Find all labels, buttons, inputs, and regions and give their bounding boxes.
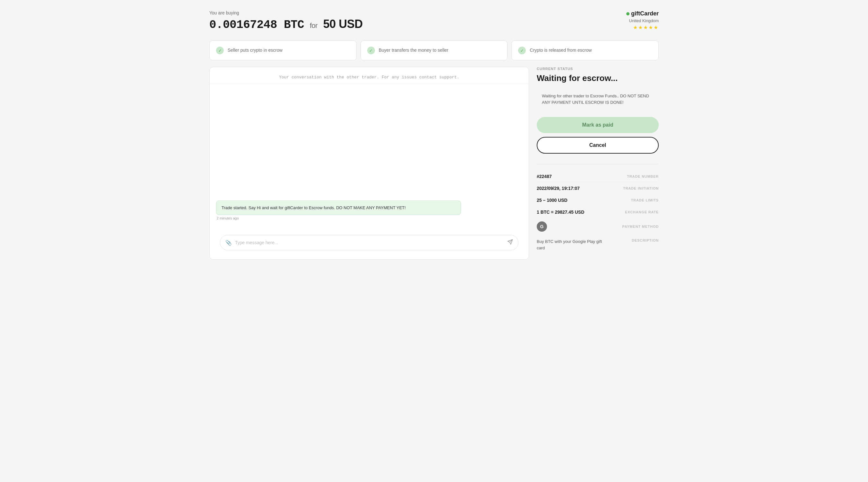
seller-name-text: giftCarder: [631, 10, 659, 17]
step-2-check: ✓: [367, 47, 375, 54]
chat-input-row: 📎: [220, 235, 519, 250]
payment-method-row: G PAYMENT METHOD: [537, 218, 659, 235]
steps-row: ✓ Seller puts crypto in escrow ✓ Buyer t…: [209, 40, 659, 60]
description-key: DESCRIPTION: [632, 238, 659, 242]
btc-amount: 0.00167248 BTC: [209, 18, 304, 31]
sidebar: CURRENT STATUS Waiting for escrow... Wai…: [537, 67, 659, 254]
chat-panel: Your conversation with the other trader.…: [209, 67, 529, 260]
trade-initiation-row: 2022/09/29, 19:17:07 TRADE INITIATION: [537, 182, 659, 194]
header-left: You are buying 0.00167248 BTC for 50 USD: [209, 10, 363, 31]
description-value: Buy BTC with your Google Play gift card: [537, 238, 607, 251]
step-2-card: ✓ Buyer transfers the money to seller: [361, 40, 508, 60]
step-2-label: Buyer transfers the money to seller: [379, 47, 448, 54]
exchange-rate-key: EXCHANGE RATE: [625, 210, 659, 214]
header: You are buying 0.00167248 BTC for 50 USD…: [209, 10, 659, 31]
exchange-rate-row: 1 BTC = 29827.45 USD EXCHANGE RATE: [537, 206, 659, 218]
trade-limits-key: TRADE LIMITS: [631, 198, 659, 202]
main-layout: Your conversation with the other trader.…: [209, 67, 659, 260]
trade-limits-value: 25 – 1000 USD: [537, 198, 567, 203]
step-3-label: Crypto is released from escrow: [530, 47, 592, 54]
for-word: for: [310, 22, 317, 30]
send-icon[interactable]: [507, 239, 513, 246]
attach-icon[interactable]: 📎: [225, 240, 232, 246]
you-are-buying-label: You are buying: [209, 10, 363, 16]
chat-bubble-wrapper: Trade started. Say Hi and wait for giftC…: [216, 200, 522, 221]
chat-timestamp: 2 minutes ago: [216, 216, 522, 220]
trade-number-value: #22487: [537, 174, 552, 179]
seller-country: United Kingdom: [626, 18, 659, 23]
seller-stars: ★★★★★: [626, 24, 659, 31]
chat-input[interactable]: [235, 240, 504, 245]
usd-amount: 50 USD: [323, 17, 363, 31]
trade-number-row: #22487 TRADE NUMBER: [537, 171, 659, 182]
current-status-label: CURRENT STATUS: [537, 67, 659, 71]
step-1-check: ✓: [216, 47, 224, 54]
trade-limits-row: 25 – 1000 USD TRADE LIMITS: [537, 194, 659, 206]
seller-name: giftCarder: [626, 10, 659, 17]
step-3-check: ✓: [518, 47, 526, 54]
step-1-label: Seller puts crypto in escrow: [227, 47, 282, 54]
chat-messages: Trade started. Say Hi and wait for giftC…: [210, 84, 529, 228]
description-row: Buy BTC with your Google Play gift card …: [537, 235, 659, 254]
status-title: Waiting for escrow...: [537, 73, 659, 83]
payment-avatar: G: [537, 221, 547, 232]
online-indicator: [626, 12, 629, 16]
step-1-card: ✓ Seller puts crypto in escrow: [209, 40, 356, 60]
payment-method-key: PAYMENT METHOD: [622, 225, 659, 228]
trade-details: #22487 TRADE NUMBER 2022/09/29, 19:17:07…: [537, 164, 659, 254]
trade-initiation-value: 2022/09/29, 19:17:07: [537, 186, 580, 191]
chat-notice: Your conversation with the other trader.…: [210, 67, 529, 84]
mark-as-paid-button[interactable]: Mark as paid: [537, 117, 659, 133]
trade-number-key: TRADE NUMBER: [627, 174, 659, 178]
trade-amount: 0.00167248 BTC for 50 USD: [209, 17, 363, 31]
header-right: giftCarder United Kingdom ★★★★★: [626, 10, 659, 31]
cancel-button[interactable]: Cancel: [537, 137, 659, 153]
chat-bubble: Trade started. Say Hi and wait for giftC…: [216, 200, 461, 215]
trade-initiation-key: TRADE INITIATION: [623, 187, 659, 190]
exchange-rate-value: 1 BTC = 29827.45 USD: [537, 209, 584, 215]
escrow-notice: Waiting for other trader to Escrow Funds…: [537, 88, 659, 111]
step-3-card: ✓ Crypto is released from escrow: [512, 40, 659, 60]
page-wrapper: You are buying 0.00167248 BTC for 50 USD…: [209, 10, 659, 260]
